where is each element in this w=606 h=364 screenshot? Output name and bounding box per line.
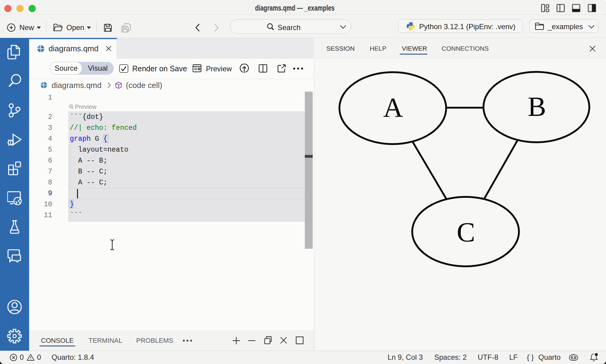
- svg-text:C: C: [457, 217, 475, 248]
- svg-text:B: B: [528, 91, 546, 122]
- svg-text:A: A: [383, 92, 403, 123]
